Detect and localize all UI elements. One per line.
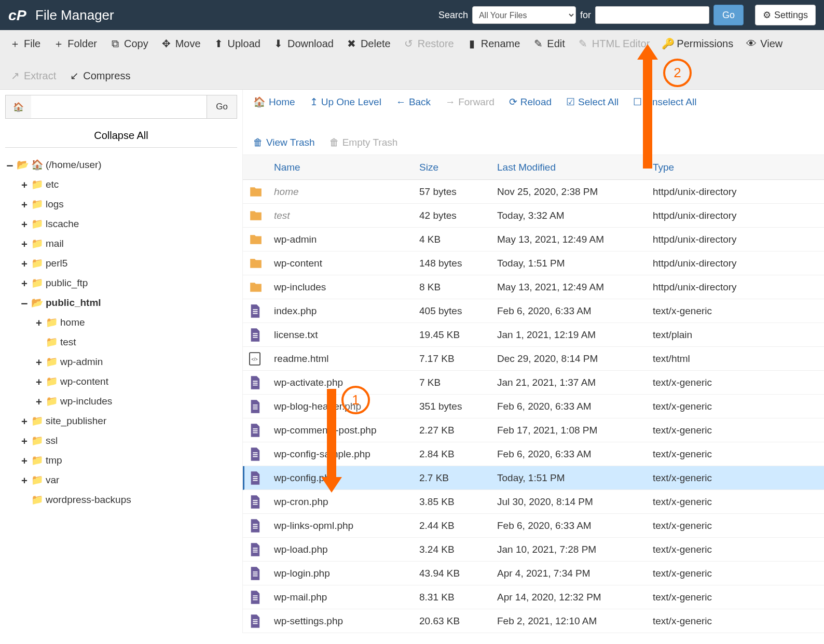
copy-button[interactable]: ⧉Copy [111,34,148,53]
tree-root[interactable]: – 📂 🏠 (/home/user) [5,155,237,175]
table-row[interactable]: wp-mail.php8.31 KBApr 14, 2020, 12:32 PM… [243,585,824,609]
column-last-modified[interactable]: Last Modified [497,162,653,173]
upload-button[interactable]: ⬆Upload [214,34,260,53]
search-go-button[interactable]: Go [713,5,744,25]
settings-button[interactable]: ⚙ Settings [755,5,816,25]
upload-icon: ⬆ [214,39,224,48]
tree-toggle[interactable]: – [20,293,29,313]
svg-rect-39 [253,619,257,620]
column-size[interactable]: Size [419,162,497,173]
table-row[interactable]: wp-load.php3.24 KBJan 10, 2021, 7:28 PMt… [243,538,824,562]
tree-item-label: mail [46,234,64,254]
new-folder-button[interactable]: ＋Folder [54,34,97,53]
up-one-level-action[interactable]: ↥Up One Level [310,96,381,108]
forward-action[interactable]: →Forward [445,96,495,108]
tree-toggle[interactable]: + [20,234,29,254]
tree-item-test[interactable]: 📁test [5,332,237,352]
search-scope-select[interactable]: All Your Files [472,6,576,24]
tree-item-ssl[interactable]: +📁ssl [5,431,237,451]
tree-toggle[interactable]: + [34,372,44,391]
restore-button[interactable]: ↺Restore [404,34,454,53]
table-row[interactable]: wp-links-opml.php2.44 KBFeb 6, 2020, 6:3… [243,514,824,538]
table-row[interactable]: index.php405 bytesFeb 6, 2020, 6:33 AMte… [243,299,824,323]
file-icon [249,447,274,461]
tree-item-public_ftp[interactable]: +📁public_ftp [5,273,237,293]
tree-item-var[interactable]: +📁var [5,470,237,490]
svg-rect-25 [253,502,257,503]
folder-icon [249,281,274,294]
tree-toggle[interactable]: + [20,175,29,194]
permissions-button[interactable]: 🔑Permissions [663,34,733,53]
search-input[interactable] [595,6,709,24]
compress-button[interactable]: ↙Compress [70,66,130,85]
tree-item-mail[interactable]: +📁mail [5,234,237,254]
download-button[interactable]: ⬇Download [274,34,334,53]
tree-item-perl5[interactable]: +📁perl5 [5,254,237,273]
tree-item-wp-admin[interactable]: +📁wp-admin [5,352,237,372]
tree-toggle[interactable]: + [20,214,29,234]
cell-size: 3.24 KB [419,544,497,555]
tree-toggle[interactable]: + [34,352,44,372]
tree-toggle[interactable]: + [20,194,29,214]
tree-item-etc[interactable]: +📁etc [5,175,237,194]
view-trash-action[interactable]: 🗑View Trash [253,137,315,148]
table-row[interactable]: wp-settings.php20.63 KBFeb 2, 2021, 12:1… [243,609,824,633]
tree-item-logs[interactable]: +📁logs [5,194,237,214]
tree-toggle[interactable]: + [20,470,29,490]
table-row[interactable]: wp-login.php43.94 KBApr 4, 2021, 7:34 PM… [243,562,824,585]
tree-toggle[interactable]: – [5,155,15,175]
extract-button[interactable]: ↗Extract [10,66,56,85]
path-go-button[interactable]: Go [207,95,237,119]
edit-label: Edit [547,38,565,50]
tree-item-site_publisher[interactable]: +📁site_publisher [5,411,237,431]
table-row[interactable]: license.txt19.45 KBJan 1, 2021, 12:19 AM… [243,323,824,347]
table-row[interactable]: </>readme.html7.17 KBDec 29, 2020, 8:14 … [243,347,824,371]
new-file-button[interactable]: ＋File [10,34,40,53]
column-name[interactable]: Name [274,162,419,173]
table-row[interactable]: wp-admin4 KBMay 13, 2021, 12:49 AMhttpd/… [243,228,824,251]
view-button[interactable]: 👁View [747,34,782,53]
table-row[interactable]: wp-cron.php3.85 KBJul 30, 2020, 8:14 PMt… [243,490,824,514]
view-label: View [760,38,782,50]
tree-item-wordpress-backups[interactable]: 📁wordpress-backups [5,490,237,510]
tree-item-wp-content[interactable]: +📁wp-content [5,372,237,391]
search-group: Search All Your Files for Go ⚙ Settings [438,5,816,25]
collapse-all-button[interactable]: Collapse All [5,124,237,148]
tree-toggle[interactable]: + [20,254,29,273]
rename-button[interactable]: ▮Rename [468,34,520,53]
tree-toggle[interactable]: + [20,411,29,431]
back-action[interactable]: ←Back [396,96,431,108]
edit-button[interactable]: ✎Edit [533,34,565,53]
delete-button[interactable]: ✖Delete [347,34,391,53]
tree-item-wp-includes[interactable]: +📁wp-includes [5,391,237,411]
empty-trash-action[interactable]: 🗑Empty Trash [329,137,398,148]
tree-item-lscache[interactable]: +📁lscache [5,214,237,234]
select-all-action[interactable]: ☑Select All [566,96,619,108]
table-row[interactable]: home57 bytesNov 25, 2020, 2:38 PMhttpd/u… [243,180,824,204]
delete-label: Delete [361,38,391,50]
tree-item-tmp[interactable]: +📁tmp [5,451,237,470]
table-row[interactable]: test42 bytesToday, 3:32 AMhttpd/unix-dir… [243,204,824,228]
table-row[interactable]: wp-content148 bytesToday, 1:51 PMhttpd/u… [243,251,824,275]
cell-name: wp-login.php [274,568,419,579]
cell-name: wp-config.php [274,472,419,484]
tree-toggle[interactable]: + [34,313,44,332]
tree-toggle[interactable]: + [20,273,29,293]
column-type[interactable]: Type [653,162,824,173]
table-row[interactable]: wp-includes8 KBMay 13, 2021, 12:49 AMhtt… [243,275,824,299]
pencil-icon: ✎ [533,39,543,48]
cell-date: Feb 6, 2020, 6:33 AM [497,401,653,412]
tree-item-public_html[interactable]: –📂public_html [5,293,237,313]
home-action[interactable]: 🏠Home [253,96,295,108]
svg-rect-21 [253,476,257,477]
tree-item-label: etc [46,175,59,194]
tree-toggle[interactable]: + [20,451,29,470]
move-button[interactable]: ✥Move [162,34,201,53]
tree-item-home[interactable]: +📁home [5,313,237,332]
tree-toggle[interactable]: + [34,391,44,411]
reload-action[interactable]: ⟳Reload [509,96,552,108]
home-icon-button[interactable]: 🏠 [5,95,31,119]
cell-size: 2.84 KB [419,449,497,460]
path-input[interactable] [31,95,207,119]
tree-toggle[interactable]: + [20,431,29,451]
